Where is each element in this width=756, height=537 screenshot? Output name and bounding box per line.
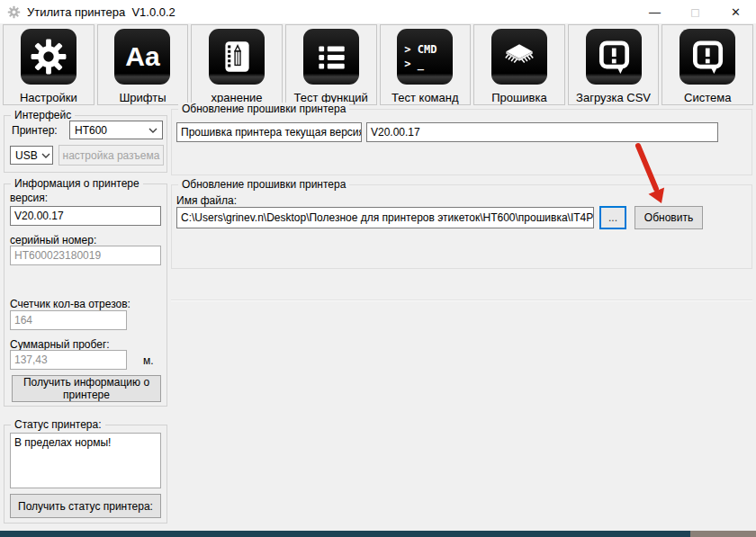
firmware-version-group: Обновление прошивки принтера Прошивка пр… [171,109,752,175]
fonts-glyph: Aa [125,43,159,70]
firmware-update-group-title: Обновление прошивки принтера [178,178,349,192]
printer-status-group: Статус принтера: В пределах нормы! Получ… [4,425,167,524]
toolbar-item-csv-upload[interactable]: Загрузка CSV [568,24,660,105]
printer-label: Принтер: [12,124,58,137]
printer-status-textarea[interactable]: В пределах нормы! [10,433,161,488]
firmware-current-version-label-box: Прошивка принтера текущая версия [176,122,362,142]
printer-combobox-value: HT600 [75,124,107,137]
version-field[interactable]: V20.00.17 [10,206,161,226]
interface-group-title: Интерфейс [11,109,75,122]
terminal-icon: > CMD > _ [397,29,453,85]
window-title: Утилита принтера V1.0.0.2 [27,5,176,19]
toolbar: Настройки Aa Шрифты [3,24,753,105]
list-icon [303,29,359,85]
toolbar-item-test-functions[interactable]: Тест функций [285,24,377,105]
chip-icon [491,29,547,85]
app-window: Утилита принтера V1.0.0.2 — ◻ ✕ [0,0,756,537]
toolbar-item-label: Прошивка [491,91,547,104]
port-config-button[interactable]: настройка разъема [58,145,164,166]
taskbar-strip [0,531,756,537]
maximize-button[interactable]: ◻ [675,0,716,23]
get-printer-info-button[interactable]: Получить информацию о принтере [12,375,161,402]
printer-info-group-title: Информация о принтере [11,177,143,191]
notepad-pencil-icon [209,29,265,85]
fonts-icon: Aa [114,29,170,85]
port-combobox-value: USB [15,149,38,162]
terminal-line2: > _ [404,58,424,70]
app-gear-icon [7,5,21,19]
mileage-unit-label: м. [143,354,154,367]
toolbar-item-label: Шрифты [119,91,166,104]
toolbar-item-label: Тест команд [392,91,459,104]
printer-info-group: Информация о принтере версия: V20.00.17 … [4,183,167,407]
cut-counter-label: Счетчик кол-ва отрезов: [10,298,130,310]
title-bar: Утилита принтера V1.0.0.2 — ◻ ✕ [0,0,756,23]
taskbar-segment [690,531,756,537]
terminal-line1: > CMD [404,43,436,56]
gear-icon [21,29,76,85]
toolbar-item-system[interactable]: Система [662,24,753,105]
toolbar-item-firmware[interactable]: Прошивка [473,24,565,105]
firmware-version-group-title: Обновление прошивки принтера [178,103,349,116]
separator-line [171,300,752,301]
toolbar-item-fonts[interactable]: Aa Шрифты [97,24,189,105]
firmware-update-group: Обновление прошивки принтера Имя файла: … [171,184,752,269]
filename-label: Имя файла: [176,194,237,207]
chevron-down-icon [148,128,158,133]
cut-counter-field[interactable]: 164 [10,310,127,330]
toolbar-item-label: Загрузка CSV [576,91,651,104]
toolbar-item-settings[interactable]: Настройки [3,24,94,105]
printer-status-group-title: Статус принтера: [11,418,105,432]
toolbar-item-test-commands[interactable]: > CMD > _ Тест команд [380,24,472,105]
printer-combobox[interactable]: HT600 [69,121,163,139]
version-label: версия: [10,192,48,204]
window-controls: — ◻ ✕ [634,0,756,23]
get-printer-status-button[interactable]: Получить статус принтера: [10,494,161,518]
mileage-label: Суммарный пробег: [10,338,110,351]
minimize-button[interactable]: — [634,0,675,23]
toolbar-item-storage[interactable]: хранение [191,24,283,105]
firmware-current-version-value-box[interactable]: V20.00.17 [366,122,718,142]
browse-button[interactable]: ... [599,206,626,229]
close-button[interactable]: ✕ [716,0,756,23]
mileage-field[interactable]: 137,43 [10,350,127,370]
exclamation-bubble-icon [680,29,735,85]
toolbar-item-label: Система [684,91,731,104]
interface-group: Интерфейс Принтер: HT600 USB настройка р… [4,115,167,173]
exclamation-bubble-icon [586,29,642,85]
serial-label: серийный номер: [10,234,96,246]
chevron-down-icon [41,153,50,158]
toolbar-item-label: Настройки [20,91,77,104]
filename-field[interactable]: C:\Users\grinev.n\Desktop\Полезное для п… [176,207,594,228]
serial-field[interactable]: HT600023180019 [10,246,161,265]
port-combobox[interactable]: USB [10,146,53,165]
update-firmware-button[interactable]: Обновить [634,206,703,229]
